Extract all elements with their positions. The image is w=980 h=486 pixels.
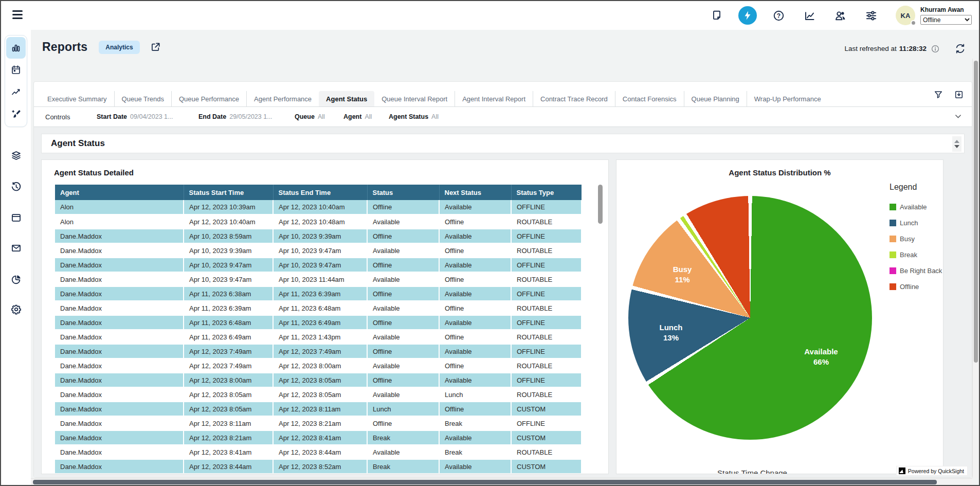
legend-item-busy[interactable]: Busy	[890, 235, 942, 243]
tab-agent-performance[interactable]: Agent Performance	[246, 91, 319, 106]
flash-active-icon[interactable]	[738, 6, 757, 25]
sidebar-item-layers[interactable]	[6, 146, 26, 165]
sidebar-item-settings[interactable]	[6, 299, 26, 319]
tab-agent-status[interactable]: Agent Status	[319, 91, 374, 106]
tab-queue-performance[interactable]: Queue Performance	[171, 91, 246, 106]
user-name: Khurram Awan	[920, 6, 974, 13]
legend-item-break[interactable]: Break	[890, 251, 942, 259]
report-card: Executive SummaryQueue TrendsQueue Perfo…	[33, 81, 972, 478]
table-cell: Apr 12, 2023 10:40am	[184, 214, 273, 229]
refresh-icon[interactable]	[955, 43, 966, 54]
table-row: Dane.MaddoxApr 11, 2023 6:39amApr 11, 20…	[55, 301, 582, 315]
control-end-date[interactable]: End Date29/05/2023 1...	[198, 113, 273, 120]
table-row: Dane.MaddoxApr 10, 2023 9:47amApr 10, 20…	[55, 272, 582, 286]
page-horizontal-scrollbar[interactable]	[31, 478, 972, 485]
column-header-status-type[interactable]: Status Type	[511, 185, 582, 200]
sidebar-item-reports[interactable]	[6, 37, 26, 59]
table-row: Dane.MaddoxApr 11, 2023 6:38amApr 11, 20…	[55, 286, 582, 301]
table-scrollbar[interactable]	[598, 185, 603, 224]
table-cell: Apr 12, 2023 10:40am	[273, 200, 367, 214]
page-vertical-scrollbar[interactable]	[972, 59, 979, 478]
table-cell: Dane.Maddox	[55, 387, 184, 402]
tab-executive-summary[interactable]: Executive Summary	[40, 91, 114, 106]
svg-text:?: ?	[776, 12, 780, 19]
sidebar-item-mail[interactable]	[6, 238, 26, 258]
table-cell: Offline	[367, 258, 439, 272]
metrics-icon[interactable]	[803, 9, 815, 22]
next-visual-title: Status Time Chnage	[717, 469, 787, 474]
table-cell: Available	[439, 459, 511, 474]
sidebar-item-design[interactable]	[6, 103, 26, 125]
sidebar-item-schedule[interactable]	[6, 59, 26, 81]
table-cell: Offline	[439, 214, 511, 229]
history-icon	[11, 182, 22, 192]
browser-window-icon	[11, 212, 22, 223]
column-header-status[interactable]: Status	[367, 185, 439, 200]
legend-item-available[interactable]: Available	[890, 203, 942, 211]
chevron-down-icon[interactable]	[954, 112, 963, 121]
analytics-badge[interactable]: Analytics	[99, 41, 139, 54]
card-tools	[934, 90, 964, 99]
sidebar-item-trends[interactable]	[6, 81, 26, 103]
table-cell: OFFLINE	[511, 286, 582, 301]
section-stepper[interactable]	[952, 136, 961, 152]
external-link-icon[interactable]	[150, 42, 161, 52]
controls-label[interactable]: Controls	[45, 113, 70, 121]
legend-item-offline[interactable]: Offline	[890, 283, 942, 291]
tab-queue-interval-report[interactable]: Queue Interval Report	[374, 91, 455, 106]
table-cell: ROUTABLE	[511, 330, 582, 344]
document-icon[interactable]	[711, 9, 723, 22]
column-header-status-start-time[interactable]: Status Start Time	[184, 185, 273, 200]
control-agent-status[interactable]: Agent StatusAll	[389, 113, 439, 120]
table-cell: Available	[439, 229, 511, 243]
legend-item-lunch[interactable]: Lunch	[890, 219, 942, 227]
table-cell: Break	[439, 416, 511, 430]
table-cell: CUSTOM	[511, 430, 582, 445]
table-cell: Alon	[55, 200, 184, 214]
control-agent[interactable]: AgentAll	[343, 113, 372, 120]
table-row: Dane.MaddoxApr 10, 2023 9:39amApr 10, 20…	[55, 243, 582, 258]
tab-queue-planning[interactable]: Queue Planning	[684, 91, 747, 106]
sidebar-item-window[interactable]	[6, 208, 26, 227]
refresh-cluster: Last refreshed at 11:28:32	[844, 43, 966, 54]
vertical-scroll-thumb[interactable]	[974, 61, 978, 363]
tab-contract-trace-record[interactable]: Contract Trace Record	[533, 91, 615, 106]
agent-status-table: AgentStatus Start TimeStatus End TimeSta…	[55, 185, 582, 474]
table-cell: Apr 10, 2023 9:47am	[273, 258, 367, 272]
sidebar-item-history[interactable]	[6, 177, 26, 196]
tab-queue-trends[interactable]: Queue Trends	[114, 91, 171, 106]
info-icon[interactable]	[931, 45, 939, 53]
users-icon[interactable]	[834, 9, 846, 22]
column-header-agent[interactable]: Agent	[55, 185, 184, 200]
table-row: Dane.MaddoxApr 12, 2023 8:00amApr 12, 20…	[55, 373, 582, 387]
table-cell: Apr 10, 2023 9:39am	[273, 229, 367, 243]
table-cell: Apr 12, 2023 8:00am	[184, 373, 273, 387]
tab-contact-forensics[interactable]: Contact Forensics	[615, 91, 684, 106]
table-cell: Apr 10, 2023 9:47am	[184, 258, 273, 272]
sidebar-icon-group	[5, 35, 27, 127]
tab-agent-interval-report[interactable]: Agent Interval Report	[455, 91, 533, 106]
table-cell: Apr 12, 2023 8:52am	[273, 459, 367, 474]
agent-status-pie-chart[interactable]	[628, 196, 872, 440]
help-icon[interactable]: ?	[772, 9, 785, 22]
tab-wrap-up-performance[interactable]: Wrap-Up Performance	[747, 91, 828, 106]
table-cell: Available	[439, 258, 511, 272]
agent-status-distribution-panel: Agent Status Distribution % Busy11% Lunc…	[616, 159, 943, 474]
control-start-date[interactable]: Start Date09/04/2023 1...	[97, 113, 173, 120]
column-header-status-end-time[interactable]: Status End Time	[273, 185, 367, 200]
pie-chart-title: Agent Status Distribution %	[616, 168, 943, 177]
legend-item-be-right-back[interactable]: Be Right Back	[890, 267, 942, 275]
table-cell: Available	[367, 214, 439, 229]
table-cell: Offline	[367, 200, 439, 214]
user-avatar[interactable]: KA	[896, 6, 915, 25]
preferences-sliders-icon[interactable]	[865, 9, 877, 22]
agent-status-select[interactable]: Offline	[920, 15, 972, 25]
export-download-icon[interactable]	[954, 90, 964, 99]
table-cell: Lunch	[367, 402, 439, 416]
column-header-next-status[interactable]: Next Status	[439, 185, 511, 200]
sidebar-item-pie[interactable]	[6, 269, 26, 289]
horizontal-scroll-thumb[interactable]	[33, 480, 937, 484]
control-queue[interactable]: QueueAll	[295, 113, 325, 120]
filter-icon[interactable]	[934, 90, 943, 99]
hamburger-menu-icon[interactable]	[12, 10, 23, 21]
